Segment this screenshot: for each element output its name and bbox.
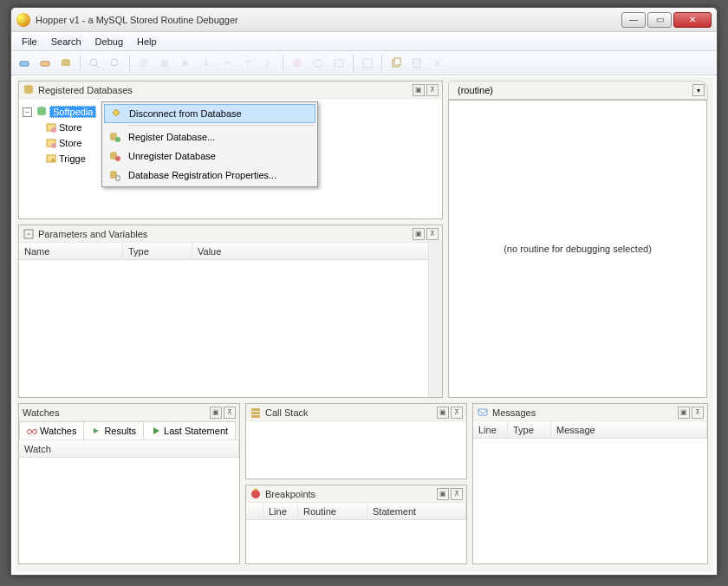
window-title: Hopper v1 - a MySQL Stored Routine Debug…: [36, 15, 621, 25]
tb-disconnect-icon[interactable]: [36, 54, 55, 73]
col-value[interactable]: Value: [192, 243, 442, 259]
col-watch[interactable]: Watch: [19, 440, 239, 457]
tb-paste-icon[interactable]: [407, 54, 426, 73]
tb-watch-icon[interactable]: [309, 54, 328, 73]
panel-title: Watches: [23, 407, 206, 418]
menu-debug[interactable]: Debug: [88, 32, 130, 50]
panel-callstack: Call Stack ▣ ⊼: [245, 403, 467, 479]
maximize-button[interactable]: ▭: [647, 12, 672, 28]
titlebar[interactable]: Hopper v1 - a MySQL Stored Routine Debug…: [11, 8, 717, 32]
routine-tab[interactable]: (routine): [448, 81, 708, 100]
tb-find-icon[interactable]: [85, 54, 104, 73]
col-type[interactable]: Type: [123, 243, 192, 259]
tb-breakpoint-icon[interactable]: [288, 54, 307, 73]
col-type[interactable]: Type: [508, 421, 551, 438]
menu-search[interactable]: Search: [44, 32, 88, 50]
menubar: File Search Debug Help: [11, 32, 717, 51]
panel-parameters: Parameters and Variables ▣ ⊼ Name Type V…: [18, 225, 443, 398]
tb-delete-icon[interactable]: [428, 54, 447, 73]
tb-stepout-icon[interactable]: [238, 54, 257, 73]
minimize-button[interactable]: —: [621, 12, 646, 28]
tree-node[interactable]: Store: [59, 138, 81, 148]
panel-pin-icon[interactable]: ⊼: [451, 488, 463, 500]
svg-point-20: [51, 143, 56, 148]
panel-pin-icon[interactable]: ⊼: [692, 407, 704, 419]
tree-collapse-icon[interactable]: −: [23, 107, 32, 117]
menu-unregister[interactable]: Unregister Database: [104, 146, 315, 166]
svg-rect-27: [251, 415, 260, 418]
messages-icon: [477, 407, 489, 419]
close-button[interactable]: ✕: [673, 12, 712, 28]
tree-node-selected[interactable]: Softpedia: [49, 106, 96, 118]
panel-watches: Watches ▣ ⊼ Watches Results Last Stateme…: [18, 403, 240, 564]
menu-register[interactable]: Register Database...: [104, 127, 315, 146]
tab-last-statement[interactable]: Last Statement: [143, 421, 236, 440]
tab-watches[interactable]: Watches: [19, 421, 84, 440]
svg-point-31: [115, 137, 120, 142]
col-check[interactable]: [246, 503, 263, 519]
content-area: Registered Databases ▣ ⊼ − Softpedia Sto…: [15, 77, 713, 571]
routine-dropdown-icon[interactable]: ▾: [692, 84, 705, 96]
col-statement[interactable]: Statement: [367, 503, 466, 519]
svg-rect-0: [20, 62, 29, 66]
scrollbar[interactable]: [428, 243, 442, 397]
tb-window-icon[interactable]: [358, 54, 377, 73]
panel-pin-icon[interactable]: ⊼: [451, 407, 463, 419]
tree-node[interactable]: Trigge: [59, 153, 86, 164]
panel-routine: (routine) ▾ (no routine for debugging se…: [448, 81, 708, 398]
svg-rect-25: [251, 408, 260, 411]
tb-run-icon[interactable]: [176, 54, 195, 73]
results-icon: [91, 426, 101, 436]
panel-restore-icon[interactable]: ▣: [210, 407, 222, 419]
tb-eval-icon[interactable]: [329, 54, 348, 73]
play-icon: [151, 426, 161, 436]
panel-restore-icon[interactable]: ▣: [413, 228, 425, 240]
menu-properties[interactable]: Database Registration Properties...: [104, 166, 315, 185]
svg-rect-3: [62, 61, 70, 66]
database-icon: [23, 84, 35, 96]
panel-pin-icon[interactable]: ⊼: [224, 407, 236, 419]
db-add-icon: [107, 130, 121, 144]
svg-rect-26: [251, 412, 260, 414]
tb-debug-icon[interactable]: [134, 54, 153, 73]
svg-point-8: [293, 59, 302, 68]
tb-connect-icon[interactable]: [15, 54, 34, 73]
tb-copy-icon[interactable]: [387, 54, 406, 73]
tb-findnext-icon[interactable]: [106, 54, 125, 73]
menu-help[interactable]: Help: [130, 32, 164, 50]
params-header: Name Type Value: [19, 243, 442, 260]
panel-title: Call Stack: [265, 407, 433, 418]
panel-restore-icon[interactable]: ▣: [437, 407, 449, 419]
svg-rect-7: [161, 60, 168, 67]
callstack-icon: [250, 407, 262, 419]
col-name[interactable]: Name: [19, 243, 123, 259]
svg-rect-29: [478, 409, 487, 415]
tree-node[interactable]: Store: [59, 122, 81, 133]
tab-results[interactable]: Results: [83, 421, 144, 440]
params-icon: [23, 228, 35, 240]
panel-restore-icon[interactable]: ▣: [413, 84, 425, 96]
tb-stepinto-icon[interactable]: [197, 54, 216, 73]
db-node-icon: [36, 106, 48, 118]
tb-register-icon[interactable]: [56, 54, 75, 73]
panel-title: Breakpoints: [265, 489, 433, 499]
panel-restore-icon[interactable]: ▣: [678, 407, 690, 419]
col-routine[interactable]: Routine: [298, 503, 367, 519]
panel-pin-icon[interactable]: ⊼: [426, 84, 439, 96]
svg-point-28: [251, 490, 260, 498]
col-line[interactable]: Line: [263, 503, 298, 519]
app-icon: [16, 13, 30, 27]
procedure-icon: [45, 137, 57, 149]
menu-disconnect[interactable]: Disconnect from Database: [104, 104, 315, 123]
menu-file[interactable]: File: [15, 32, 44, 50]
tb-runtocursor-icon[interactable]: [259, 54, 278, 73]
col-message[interactable]: Message: [551, 421, 707, 438]
panel-title: Parameters and Variables: [38, 229, 409, 239]
tb-stop-icon[interactable]: [155, 54, 174, 73]
col-line[interactable]: Line: [473, 421, 508, 438]
panel-restore-icon[interactable]: ▣: [437, 488, 449, 500]
tb-stepover-icon[interactable]: [218, 54, 237, 73]
svg-point-18: [51, 127, 56, 133]
glasses-icon: [27, 426, 37, 436]
panel-pin-icon[interactable]: ⊼: [426, 228, 439, 240]
